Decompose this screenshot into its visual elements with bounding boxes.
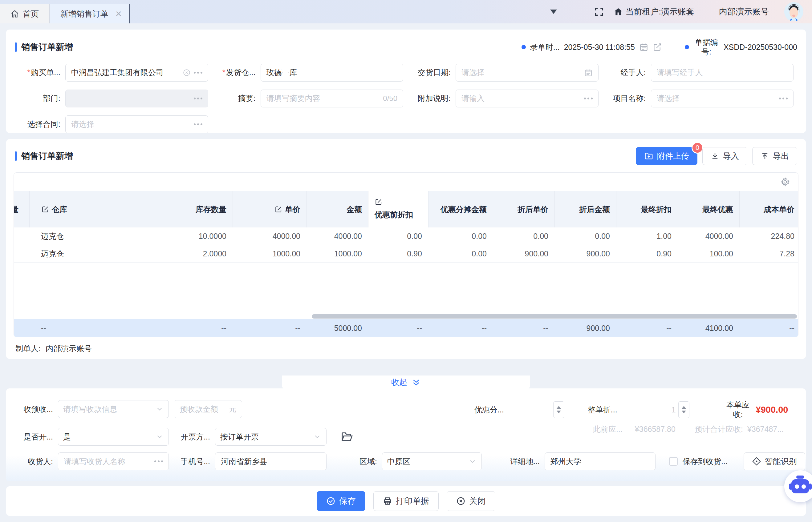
handler-input-value[interactable] bbox=[657, 68, 788, 77]
note-input[interactable] bbox=[456, 89, 599, 107]
tab-close-icon[interactable]: ✕ bbox=[115, 9, 122, 19]
invoice-method-value: 按订单开票 bbox=[220, 432, 310, 442]
project-label: 项目名称: bbox=[604, 93, 651, 103]
sum-stock-qty: -- bbox=[131, 319, 233, 337]
assistant-robot-button[interactable] bbox=[784, 470, 812, 502]
attachment-upload-button[interactable]: 附件上传 0 bbox=[636, 147, 697, 165]
more-options-icon[interactable] bbox=[584, 98, 593, 99]
cell-final-discount[interactable]: 1.00 bbox=[616, 227, 678, 245]
cell-discount-share[interactable]: 0.00 bbox=[428, 245, 493, 262]
export-button[interactable]: 导出 bbox=[752, 147, 797, 165]
discount-share-label: 优惠分... bbox=[475, 405, 504, 415]
note-input-value[interactable] bbox=[461, 94, 581, 103]
sum-warehouse: -- bbox=[29, 319, 131, 337]
close-button[interactable]: 关闭 bbox=[447, 491, 495, 511]
cell-cost-price[interactable]: 7.28 bbox=[739, 245, 798, 262]
collapse-toggle[interactable]: 收起 bbox=[282, 376, 530, 389]
prepay-amount-input[interactable]: 元 bbox=[174, 400, 242, 418]
more-options-icon[interactable] bbox=[194, 123, 202, 125]
prepay-amount-value[interactable] bbox=[179, 405, 226, 414]
invoice-method-select[interactable]: 按订单开票 bbox=[215, 428, 327, 446]
account-name[interactable]: 内部演示账号 bbox=[719, 6, 769, 17]
tenant-info[interactable]: 当前租户:演示账套 bbox=[614, 6, 694, 17]
phone-input[interactable] bbox=[215, 453, 327, 470]
horizontal-scrollbar-thumb[interactable] bbox=[312, 314, 797, 319]
department-input[interactable] bbox=[65, 89, 208, 107]
tab-active-new-sales-order[interactable]: 新增销售订单 ✕ bbox=[50, 4, 130, 23]
delivery-date-input[interactable] bbox=[456, 64, 599, 82]
chevron-down-icon[interactable] bbox=[550, 9, 557, 14]
collapse-label: 收起 bbox=[391, 377, 407, 388]
project-input-value[interactable] bbox=[657, 94, 776, 103]
project-input[interactable] bbox=[651, 89, 794, 107]
cell-stock-qty[interactable]: 2.0000 bbox=[131, 245, 233, 262]
cell-pre-discount[interactable]: 0.90 bbox=[368, 245, 428, 262]
import-button[interactable]: 导入 bbox=[702, 147, 747, 165]
smart-recognition-button[interactable]: 智能识别 bbox=[743, 453, 805, 470]
cell-amount[interactable]: 1000.00 bbox=[307, 245, 368, 262]
column-settings-gear-icon[interactable] bbox=[780, 177, 790, 187]
avatar[interactable] bbox=[784, 2, 804, 21]
clear-icon[interactable] bbox=[183, 68, 191, 77]
receiver-input[interactable] bbox=[58, 453, 169, 470]
buyer-input[interactable] bbox=[65, 64, 208, 82]
import-label: 导入 bbox=[723, 151, 739, 162]
calendar-icon[interactable] bbox=[639, 42, 649, 52]
summary-input-value[interactable] bbox=[267, 94, 380, 103]
handler-input[interactable] bbox=[651, 64, 794, 82]
edit-icon[interactable] bbox=[653, 42, 662, 52]
fullscreen-icon[interactable] bbox=[594, 6, 604, 17]
discount-share-stepper[interactable] bbox=[553, 401, 564, 418]
forecast-total-value: ¥367487... bbox=[747, 425, 784, 434]
cell-discounted-amount[interactable]: 0.00 bbox=[555, 227, 616, 245]
address-input[interactable] bbox=[545, 453, 656, 470]
whole-discount-stepper[interactable] bbox=[678, 401, 690, 418]
receiver-input-value[interactable] bbox=[64, 457, 151, 466]
cell-amount[interactable]: 4000.00 bbox=[307, 227, 368, 245]
cell-cost-price[interactable]: 224.80 bbox=[739, 227, 798, 245]
save-button[interactable]: 保存 bbox=[317, 491, 365, 511]
export-up-arrow-icon bbox=[760, 152, 769, 160]
warehouse-input-value[interactable] bbox=[267, 68, 398, 77]
tab-active-label: 新增销售订单 bbox=[60, 8, 109, 19]
cell-discount-share[interactable]: 0.00 bbox=[428, 227, 493, 245]
note-label: 附加说明: bbox=[409, 93, 456, 103]
cell-warehouse[interactable]: 迈克仓 bbox=[29, 227, 131, 245]
more-options-icon[interactable] bbox=[194, 98, 202, 99]
summary-input[interactable]: 0/50 bbox=[260, 89, 404, 107]
save-address-checkbox[interactable] bbox=[669, 457, 678, 466]
buyer-input-value[interactable] bbox=[71, 68, 179, 77]
tab-bar: 首页 新增销售订单 ✕ bbox=[0, 4, 130, 23]
blue-dot-icon bbox=[522, 45, 526, 49]
region-select[interactable]: 中原区 bbox=[382, 453, 482, 470]
cell-discounted-price[interactable]: 0.00 bbox=[493, 227, 555, 245]
delivery-date-value[interactable] bbox=[461, 68, 581, 77]
cell-unit-price[interactable]: 1000.00 bbox=[233, 245, 307, 262]
more-options-icon[interactable] bbox=[779, 98, 788, 99]
more-options-icon[interactable] bbox=[194, 72, 202, 74]
print-button[interactable]: 打印单据 bbox=[373, 491, 439, 511]
phone-input-value[interactable] bbox=[221, 457, 321, 466]
invoice-flag-select[interactable]: 是 bbox=[58, 428, 169, 446]
delivery-date-field: 交货日期: bbox=[409, 64, 599, 82]
col-amount: 金额 bbox=[347, 204, 362, 215]
contract-input-value[interactable] bbox=[71, 120, 191, 129]
cell-stock-qty[interactable]: 10.0000 bbox=[131, 227, 233, 245]
cell-final-benefit[interactable]: 4000.00 bbox=[678, 227, 739, 245]
cell-unit-price[interactable]: 4000.00 bbox=[233, 227, 307, 245]
cell-discounted-price[interactable]: 900.00 bbox=[493, 245, 555, 262]
cell-discounted-amount[interactable]: 900.00 bbox=[555, 245, 616, 262]
printer-icon bbox=[383, 497, 392, 506]
cell-final-discount[interactable]: 0.90 bbox=[616, 245, 678, 262]
more-options-icon[interactable] bbox=[154, 460, 163, 462]
warehouse-input[interactable] bbox=[260, 64, 404, 82]
cell-final-benefit[interactable]: 100.00 bbox=[678, 245, 739, 262]
cell-pre-discount[interactable]: 0.00 bbox=[368, 227, 428, 245]
cell-warehouse[interactable]: 迈克仓 bbox=[29, 245, 131, 262]
calendar-icon[interactable] bbox=[584, 68, 593, 77]
tab-home[interactable]: 首页 bbox=[0, 4, 50, 23]
address-input-value[interactable] bbox=[550, 457, 650, 466]
contract-input[interactable] bbox=[65, 116, 208, 133]
prepay-select[interactable]: 请填写收款信息 bbox=[58, 400, 169, 418]
open-folder-icon[interactable] bbox=[341, 430, 353, 443]
